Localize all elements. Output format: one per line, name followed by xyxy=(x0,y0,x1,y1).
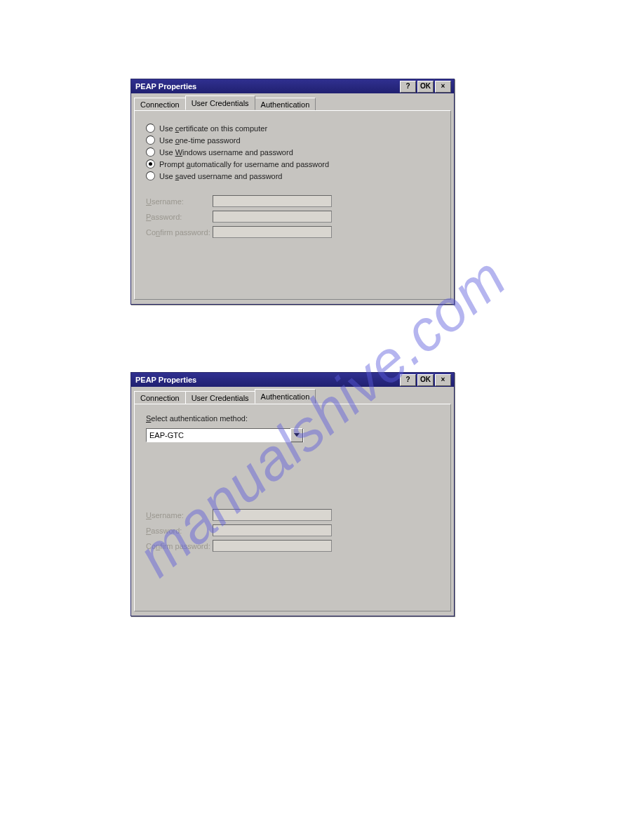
radio-icon xyxy=(146,171,155,180)
radio-label: Use saved username and password xyxy=(159,172,283,180)
row-username: Username: xyxy=(146,509,439,521)
peap-dialog-authentication: PEAP Properties ? OK × Connection User C… xyxy=(130,372,455,616)
tab-body: Select authentication method: EAP-GTC Us… xyxy=(134,404,451,611)
row-confirm-password: Confirm password: xyxy=(146,540,439,552)
label-confirm-password: Confirm password: xyxy=(146,542,213,550)
help-button[interactable]: ? xyxy=(400,374,416,386)
tab-connection[interactable]: Connection xyxy=(134,98,186,111)
tabstrip: Connection User Credentials Authenticati… xyxy=(131,93,454,110)
tab-user-credentials[interactable]: User Credentials xyxy=(185,391,255,404)
chevron-down-icon[interactable] xyxy=(290,428,303,442)
username-field[interactable] xyxy=(213,509,332,521)
ok-button[interactable]: OK xyxy=(417,81,434,93)
tab-authentication[interactable]: Authentication xyxy=(255,98,316,111)
radio-one-time-password[interactable]: Use one-time password xyxy=(146,135,439,145)
row-confirm-password: Confirm password: xyxy=(146,226,439,238)
titlebar: PEAP Properties ? OK × xyxy=(131,373,454,387)
radio-use-saved[interactable]: Use saved username and password xyxy=(146,171,439,180)
tabstrip: Connection User Credentials Authenticati… xyxy=(131,387,454,404)
radio-windows-username[interactable]: Use Windows username and password xyxy=(146,147,439,157)
row-password: Password: xyxy=(146,524,439,536)
radio-use-certificate[interactable]: Use certificate on this computer xyxy=(146,124,439,133)
label-password: Password: xyxy=(146,527,213,535)
row-password: Password: xyxy=(146,211,439,223)
dialog-title: PEAP Properties xyxy=(135,82,398,91)
radio-icon xyxy=(146,124,155,133)
help-button[interactable]: ? xyxy=(400,81,416,93)
auth-method-combo[interactable]: EAP-GTC xyxy=(146,428,304,442)
ok-button[interactable]: OK xyxy=(417,374,434,386)
label-username: Username: xyxy=(146,511,213,519)
radio-label: Use certificate on this computer xyxy=(159,124,267,133)
label-password: Password: xyxy=(146,213,213,221)
confirm-password-field[interactable] xyxy=(213,540,332,552)
page: manualshive.com PEAP Properties ? OK × C… xyxy=(0,0,644,834)
radio-icon xyxy=(146,147,155,157)
row-username: Username: xyxy=(146,195,439,207)
tab-connection[interactable]: Connection xyxy=(134,391,186,404)
dialog-title: PEAP Properties xyxy=(135,376,398,384)
label-confirm-password: Confirm password: xyxy=(146,228,213,237)
tab-body: Use certificate on this computer Use one… xyxy=(134,110,451,300)
username-field[interactable] xyxy=(213,195,332,207)
confirm-password-field[interactable] xyxy=(213,226,332,238)
radio-icon xyxy=(146,135,155,145)
radio-label: Prompt automatically for username and pa… xyxy=(159,160,329,168)
label-username: Username: xyxy=(146,197,213,206)
tab-user-credentials[interactable]: User Credentials xyxy=(185,95,255,110)
radio-prompt-automatically[interactable]: Prompt automatically for username and pa… xyxy=(146,159,439,168)
peap-dialog-user-credentials: PEAP Properties ? OK × Connection User C… xyxy=(130,79,455,305)
close-button[interactable]: × xyxy=(435,81,451,93)
titlebar: PEAP Properties ? OK × xyxy=(131,79,454,93)
label-select-method: Select authentication method: xyxy=(146,414,439,423)
password-field[interactable] xyxy=(213,524,332,536)
radio-label: Use one-time password xyxy=(159,136,241,145)
radio-label: Use Windows username and password xyxy=(159,148,293,157)
close-button[interactable]: × xyxy=(435,374,451,386)
combo-value: EAP-GTC xyxy=(147,431,290,439)
radio-icon xyxy=(146,159,155,168)
password-field[interactable] xyxy=(213,211,332,223)
tab-authentication[interactable]: Authentication xyxy=(255,389,316,404)
